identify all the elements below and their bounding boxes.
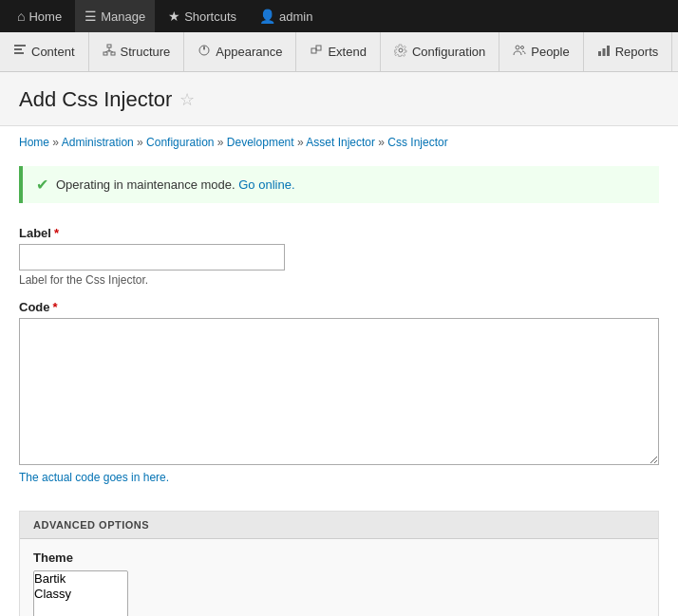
configuration-icon <box>394 44 407 60</box>
home-nav-item[interactable]: ⌂ Home <box>8 0 71 32</box>
breadcrumb: Home » Administration » Configuration » … <box>19 136 659 149</box>
people-label: People <box>531 45 569 59</box>
extend-label: Extend <box>328 45 366 59</box>
svg-rect-2 <box>14 52 24 54</box>
svg-point-12 <box>516 46 519 49</box>
theme-select[interactable]: Bartik Classy <box>33 570 128 616</box>
code-textarea[interactable] <box>19 318 659 465</box>
shortcuts-label: Shortcuts <box>184 9 236 24</box>
advanced-options-header: Advanced Options <box>20 512 658 539</box>
label-field-label: Label* <box>19 226 659 240</box>
breadcrumb-configuration[interactable]: Configuration <box>146 136 214 149</box>
svg-rect-0 <box>14 45 26 47</box>
shortcuts-nav-item[interactable]: ★ Shortcuts <box>159 0 246 32</box>
svg-rect-11 <box>316 46 321 50</box>
page-title: Add Css Injector ☆ <box>19 87 659 112</box>
svg-rect-3 <box>107 45 111 47</box>
breadcrumb-css-injector[interactable]: Css Injector <box>387 136 447 149</box>
code-description: The actual code goes in here. <box>19 471 659 484</box>
theme-label: Theme <box>33 551 645 565</box>
go-online-link[interactable]: Go online. <box>238 177 294 192</box>
status-text: Operating in maintenance mode. Go online… <box>56 177 295 192</box>
label-input[interactable] <box>19 244 285 271</box>
manage-nav-item[interactable]: ☰ Manage <box>75 0 155 32</box>
label-description: Label for the Css Injector. <box>19 273 659 287</box>
theme-option-classy[interactable]: Classy <box>34 587 127 602</box>
structure-label: Structure <box>121 45 171 59</box>
svg-point-13 <box>521 47 524 49</box>
label-required-star: * <box>54 226 59 240</box>
nav-reports[interactable]: Reports <box>584 32 673 71</box>
manage-icon: ☰ <box>85 9 97 24</box>
page-title-area: Add Css Injector ☆ <box>0 72 678 126</box>
status-message: ✔ Operating in maintenance mode. Go onli… <box>19 166 659 203</box>
label-field: Label* Label for the Css Injector. <box>19 226 659 287</box>
nav-content[interactable]: Content <box>0 32 89 71</box>
content-label: Content <box>31 45 75 59</box>
code-field-label: Code* <box>19 300 659 314</box>
svg-rect-5 <box>111 52 115 55</box>
reports-icon <box>597 44 611 60</box>
admin-nav-item[interactable]: 👤 admin <box>250 0 322 32</box>
appearance-label: Appearance <box>216 45 282 59</box>
manage-label: Manage <box>101 9 145 24</box>
check-icon: ✔ <box>36 176 48 194</box>
reports-label: Reports <box>615 45 659 59</box>
svg-rect-15 <box>602 48 605 56</box>
content-icon <box>13 44 27 60</box>
advanced-options-body: Theme Bartik Classy <box>20 539 658 616</box>
svg-rect-14 <box>598 51 601 56</box>
breadcrumb-area: Home » Administration » Configuration » … <box>0 126 678 157</box>
structure-icon <box>103 44 116 60</box>
admin-bar: ⌂ Home ☰ Manage ★ Shortcuts 👤 admin <box>0 0 678 32</box>
extend-icon <box>310 44 323 60</box>
bookmark-star-icon[interactable]: ☆ <box>179 89 195 110</box>
code-required-star: * <box>53 300 58 314</box>
admin-user-icon: 👤 <box>259 9 275 24</box>
shortcuts-icon: ★ <box>168 9 180 24</box>
nav-extend[interactable]: Extend <box>296 32 380 71</box>
nav-appearance[interactable]: Appearance <box>184 32 296 71</box>
svg-rect-10 <box>311 48 316 53</box>
breadcrumb-asset-injector[interactable]: Asset Injector <box>306 136 375 149</box>
nav-structure[interactable]: Structure <box>89 32 185 71</box>
theme-option-bartik[interactable]: Bartik <box>34 571 127 587</box>
breadcrumb-home[interactable]: Home <box>19 136 49 149</box>
home-icon: ⌂ <box>17 9 25 24</box>
breadcrumb-administration[interactable]: Administration <box>62 136 134 149</box>
code-field: Code* The actual code goes in here. <box>19 300 659 484</box>
nav-people[interactable]: People <box>499 32 583 71</box>
svg-rect-1 <box>14 48 22 50</box>
appearance-icon <box>198 44 211 60</box>
configuration-label: Configuration <box>412 45 485 59</box>
people-icon <box>513 44 526 60</box>
home-label: Home <box>28 9 62 24</box>
form-area: Label* Label for the Css Injector. Code*… <box>0 213 678 511</box>
admin-label: admin <box>279 9 312 24</box>
secondary-nav: Content Structure Appearance Extend Conf… <box>0 32 678 72</box>
svg-rect-4 <box>104 52 107 55</box>
advanced-options-panel: Advanced Options Theme Bartik Classy <box>19 511 659 616</box>
nav-configuration[interactable]: Configuration <box>381 32 499 71</box>
svg-rect-16 <box>607 46 610 56</box>
breadcrumb-development[interactable]: Development <box>227 136 294 149</box>
